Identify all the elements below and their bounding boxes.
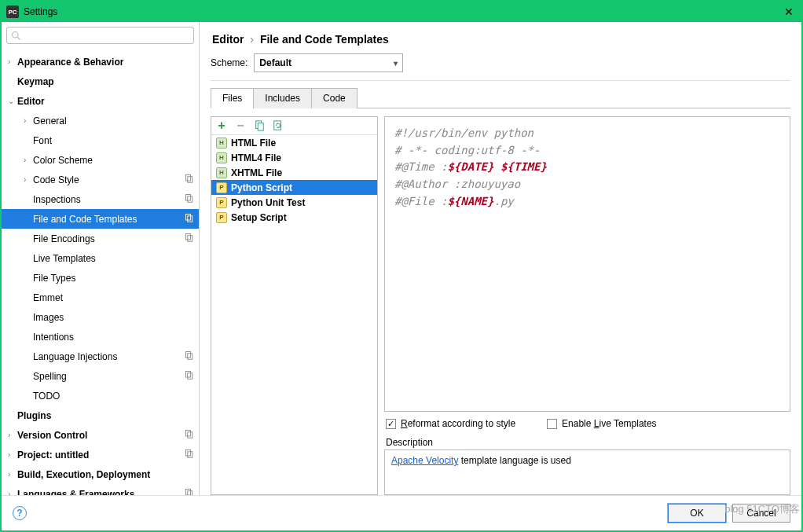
sidebar-item-file-types[interactable]: File Types xyxy=(2,268,199,288)
cancel-button[interactable]: Cancel xyxy=(732,504,790,523)
checkbox-icon xyxy=(386,419,396,429)
chevron-icon: › xyxy=(8,470,17,479)
sidebar-item-label: Project: untitled xyxy=(17,449,199,460)
sidebar-item-label: Live Templates xyxy=(33,253,199,264)
sidebar-item-general[interactable]: ›General xyxy=(2,111,199,130)
template-item-label: Python Unit Test xyxy=(231,197,305,208)
sidebar-item-label: Editor xyxy=(17,96,199,107)
sidebar-item-language-injections[interactable]: Language Injections xyxy=(2,347,199,366)
template-item-setup-script[interactable]: PSetup Script xyxy=(211,210,377,225)
project-scope-icon xyxy=(185,350,194,362)
chevron-icon: › xyxy=(24,175,33,184)
svg-rect-8 xyxy=(186,234,191,240)
sidebar-item-code-style[interactable]: ›Code Style xyxy=(2,170,199,189)
sidebar-item-label: Font xyxy=(33,135,199,146)
template-item-python-script[interactable]: PPython Script xyxy=(211,180,377,195)
svg-line-1 xyxy=(17,37,20,39)
description-box: Apache Velocity template language is use… xyxy=(384,449,790,495)
checkbox-label: Reformat according to style xyxy=(401,418,515,429)
sidebar-item-font[interactable]: Font xyxy=(2,130,199,150)
sidebar-item-label: Keymap xyxy=(17,76,199,87)
svg-rect-16 xyxy=(186,450,191,457)
tab-includes[interactable]: Includes xyxy=(253,88,312,108)
sidebar-item-label: TODO xyxy=(33,391,199,402)
svg-rect-15 xyxy=(188,432,192,438)
main-panel: Editor › File and Code Templates Scheme:… xyxy=(200,22,801,495)
project-scope-icon xyxy=(185,174,194,185)
sidebar-item-plugins[interactable]: Plugins xyxy=(2,405,199,425)
svg-rect-4 xyxy=(186,195,191,201)
help-icon[interactable]: ? xyxy=(13,506,27,520)
sidebar-item-color-scheme[interactable]: ›Color Scheme xyxy=(2,150,199,170)
sidebar-item-todo[interactable]: TODO xyxy=(2,386,199,405)
sidebar-item-editor[interactable]: ⌄Editor xyxy=(2,91,199,111)
checkbox-row: Reformat according to style Enable Live … xyxy=(386,418,789,429)
chevron-icon: › xyxy=(8,431,17,439)
template-code[interactable]: #!/usr/bin/env python # -*- coding:utf-8… xyxy=(384,116,790,412)
sidebar-item-images[interactable]: Images xyxy=(2,307,199,327)
sidebar: ›Appearance & BehaviorKeymap⌄Editor›Gene… xyxy=(2,22,200,495)
sidebar-item-label: File Encodings xyxy=(33,233,199,244)
description-label: Description xyxy=(386,437,789,448)
description-text: template language is used xyxy=(458,455,570,466)
template-item-python-unit-test[interactable]: PPython Unit Test xyxy=(211,195,377,210)
chevron-icon: › xyxy=(8,57,17,66)
breadcrumb: Editor › File and Code Templates xyxy=(212,33,790,46)
sidebar-item-label: Intentions xyxy=(33,332,199,343)
footer: ? OK Cancel xyxy=(2,495,801,530)
sidebar-item-file-and-code-templates[interactable]: File and Code Templates xyxy=(2,209,199,229)
ok-button[interactable]: OK xyxy=(668,504,726,523)
template-item-label: Python Script xyxy=(231,182,292,193)
sidebar-item-languages-frameworks[interactable]: ›Languages & Frameworks xyxy=(2,484,199,495)
sidebar-item-label: Spelling xyxy=(33,371,199,382)
scheme-row: Scheme: Default ▾ xyxy=(211,53,790,72)
sidebar-item-inspections[interactable]: Inspections xyxy=(2,189,199,209)
sidebar-item-keymap[interactable]: Keymap xyxy=(2,72,199,91)
refresh-icon[interactable] xyxy=(273,120,284,131)
sidebar-item-emmet[interactable]: Emmet xyxy=(2,288,199,307)
search-icon xyxy=(11,31,20,40)
svg-rect-3 xyxy=(188,177,192,183)
sidebar-item-project-untitled[interactable]: ›Project: untitled xyxy=(2,445,199,464)
settings-window: PC Settings ✕ ›Appearance & BehaviorKeym… xyxy=(0,0,803,532)
sidebar-item-label: Images xyxy=(33,312,199,323)
svg-rect-11 xyxy=(188,354,192,360)
template-list[interactable]: HHTML FileHHTML4 FileHXHTML FilePPython … xyxy=(211,135,377,494)
tab-code[interactable]: Code xyxy=(311,88,358,108)
search-input[interactable] xyxy=(24,30,189,41)
remove-icon[interactable]: − xyxy=(235,120,246,131)
sidebar-item-spelling[interactable]: Spelling xyxy=(2,366,199,386)
window-title: Settings xyxy=(24,6,781,17)
close-icon[interactable]: ✕ xyxy=(781,6,797,18)
search-box[interactable] xyxy=(6,27,194,44)
sidebar-item-label: Version Control xyxy=(17,430,199,441)
chevron-icon: › xyxy=(24,156,33,164)
scheme-select[interactable]: Default ▾ xyxy=(254,53,403,72)
reformat-checkbox[interactable]: Reformat according to style xyxy=(386,418,515,429)
html-file-icon: H xyxy=(216,152,227,163)
sidebar-item-version-control[interactable]: ›Version Control xyxy=(2,425,199,445)
template-item-xhtml-file[interactable]: HXHTML File xyxy=(211,165,377,180)
sidebar-item-label: File and Code Templates xyxy=(33,214,199,225)
sidebar-item-live-templates[interactable]: Live Templates xyxy=(2,248,199,268)
svg-rect-9 xyxy=(188,236,192,242)
svg-rect-7 xyxy=(188,216,192,222)
tab-files[interactable]: Files xyxy=(211,88,254,108)
live-templates-checkbox[interactable]: Enable Live Templates xyxy=(547,418,657,429)
velocity-link[interactable]: Apache Velocity xyxy=(391,455,458,466)
sidebar-item-intentions[interactable]: Intentions xyxy=(2,327,199,347)
sidebar-item-build-execution-deployment[interactable]: ›Build, Execution, Deployment xyxy=(2,464,199,484)
svg-rect-21 xyxy=(258,123,263,131)
template-item-html4-file[interactable]: HHTML4 File xyxy=(211,150,377,165)
copy-icon[interactable] xyxy=(254,120,265,131)
template-item-html-file[interactable]: HHTML File xyxy=(211,135,377,150)
checkbox-icon xyxy=(547,419,557,429)
sidebar-item-file-encodings[interactable]: File Encodings xyxy=(2,229,199,248)
sidebar-item-appearance-behavior[interactable]: ›Appearance & Behavior xyxy=(2,52,199,72)
breadcrumb-part: File and Code Templates xyxy=(260,33,389,46)
settings-tree[interactable]: ›Appearance & BehaviorKeymap⌄Editor›Gene… xyxy=(2,49,199,495)
template-list-pane: + − HHTML FileHHTML4 FileHXHTML FilePPyt… xyxy=(211,116,378,495)
titlebar: PC Settings ✕ xyxy=(2,2,801,22)
add-icon[interactable]: + xyxy=(216,120,227,131)
app-icon: PC xyxy=(6,6,19,18)
